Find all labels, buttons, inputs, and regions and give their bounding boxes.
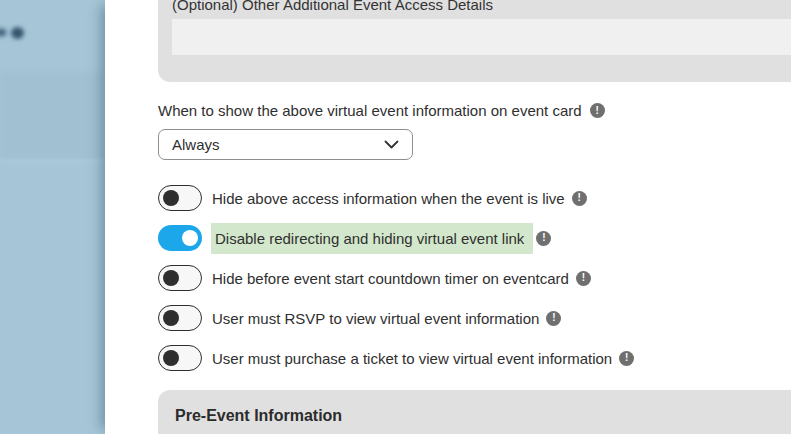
toggle-row: User must RSVP to view virtual event inf… <box>158 305 634 331</box>
toggle-label: User must RSVP to view virtual event inf… <box>212 310 539 327</box>
show-info-select[interactable]: Always <box>158 129 413 160</box>
section-title: Pre-Event Information <box>175 407 342 424</box>
ticket-required-toggle[interactable] <box>158 345 202 371</box>
toggle-row: Hide above access information when the e… <box>158 185 634 211</box>
additional-access-details-group: (Optional) Other Additional Event Access… <box>158 0 791 82</box>
info-icon[interactable]: ! <box>576 271 591 286</box>
background-blur-band <box>0 72 105 160</box>
toggle-knob <box>163 350 179 366</box>
toggle-label: User must purchase a ticket to view virt… <box>212 350 612 367</box>
hide-countdown-toggle[interactable] <box>158 265 202 291</box>
hide-access-when-live-toggle[interactable] <box>158 185 202 211</box>
optional-details-input[interactable] <box>172 19 791 55</box>
toggle-row: Disable redirecting and hiding virtual e… <box>158 225 634 251</box>
toggle-row: Hide before event start countdown timer … <box>158 265 634 291</box>
chevron-down-icon <box>384 140 399 149</box>
toggle-label: Hide above access information when the e… <box>212 190 565 207</box>
background-blur-band <box>0 160 105 163</box>
info-icon[interactable]: ! <box>590 103 605 118</box>
background-blur-dot <box>11 27 24 39</box>
disable-redirect-toggle[interactable] <box>158 225 202 251</box>
toggle-knob <box>163 190 179 206</box>
background-page-blur <box>0 0 105 434</box>
show-info-question-label: When to show the above virtual event inf… <box>158 102 582 119</box>
info-icon[interactable]: ! <box>536 231 551 246</box>
info-icon[interactable]: ! <box>572 191 587 206</box>
toggle-label: Hide before event start countdown timer … <box>212 270 569 287</box>
toggle-knob <box>163 310 179 326</box>
background-blur-shape <box>0 29 6 36</box>
toggle-row: User must purchase a ticket to view virt… <box>158 345 634 371</box>
toggle-label: Disable redirecting and hiding virtual e… <box>211 223 533 254</box>
pre-event-information-section-header: Pre-Event Information <box>158 390 791 434</box>
info-icon[interactable]: ! <box>546 311 561 326</box>
toggle-list: Hide above access information when the e… <box>158 185 634 371</box>
toggle-knob <box>182 230 198 246</box>
info-icon[interactable]: ! <box>619 351 634 366</box>
optional-details-label: (Optional) Other Additional Event Access… <box>172 0 493 13</box>
event-settings-panel: (Optional) Other Additional Event Access… <box>105 0 791 434</box>
show-info-question-row: When to show the above virtual event inf… <box>158 102 605 119</box>
toggle-knob <box>163 270 179 286</box>
rsvp-required-toggle[interactable] <box>158 305 202 331</box>
show-info-selected-value: Always <box>172 136 220 153</box>
